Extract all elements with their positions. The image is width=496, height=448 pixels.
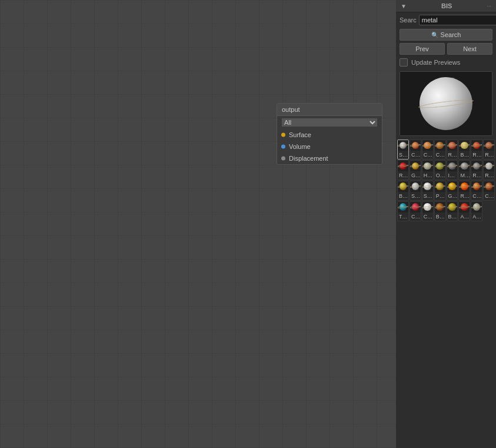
thumb-bg-8 — [398, 161, 408, 171]
mat-item-4[interactable]: Rusted copper — [447, 140, 458, 160]
mat-name-8: Red Rust — [398, 171, 408, 180]
thumb-bg-13 — [459, 161, 470, 171]
sphere-30 — [473, 203, 481, 211]
update-previews-checkbox[interactable] — [400, 58, 408, 67]
mat-item-17[interactable]: Steel — [410, 181, 421, 201]
mat-item-10[interactable]: Hot-dipped Galv.. — [422, 160, 434, 180]
mat-item-5[interactable]: Basic Metal Agi.. — [458, 140, 470, 160]
mat-thumb-26 — [422, 202, 433, 213]
mat-name-6: Rust — [471, 151, 482, 159]
mat-item-18[interactable]: Silver — [422, 181, 434, 201]
sphere-22 — [473, 182, 481, 190]
thumb-bg-30 — [471, 202, 482, 213]
mat-thumb-1 — [410, 140, 421, 151]
mat-item-15[interactable]: Rust_shader — [483, 160, 495, 180]
sphere-8 — [400, 162, 407, 170]
sphere-26 — [424, 203, 431, 211]
thumb-bg-0 — [398, 140, 408, 151]
mat-item-26[interactable]: Chrome — [422, 201, 434, 221]
mat-item-23[interactable]: Copper — [483, 181, 495, 201]
next-button[interactable]: Next — [447, 43, 492, 55]
bis-sidebar: ▼ BIS ··· Searc 🔍 Search Prev Next Updat… — [396, 0, 496, 448]
mat-thumb-22 — [471, 181, 482, 192]
sphere-11 — [436, 162, 444, 170]
sphere-24 — [400, 203, 407, 211]
search-input[interactable] — [419, 15, 496, 25]
mat-thumb-14 — [471, 161, 482, 171]
sphere-0 — [400, 142, 407, 150]
mat-item-29[interactable]: Anodized Metal — [458, 201, 470, 221]
mat-name-14: Rough metal — [471, 171, 482, 180]
search-button[interactable]: 🔍 Search — [400, 29, 492, 41]
search-row: Searc — [396, 12, 496, 28]
mat-item-19[interactable]: Painted Metal — [434, 181, 446, 201]
mat-name-5: Basic Metal Agi.. — [459, 151, 470, 159]
mat-thumb-8 — [398, 161, 408, 171]
mat-name-18: Silver — [422, 192, 433, 200]
update-row: Update Previews — [396, 56, 496, 69]
sphere-16 — [400, 182, 407, 190]
output-all-select[interactable]: All Surface Volume Displacement — [277, 116, 382, 129]
mat-item-3[interactable]: Copper old — [434, 140, 446, 160]
mat-item-13[interactable]: Metal Spotty Di.. — [458, 160, 470, 180]
thumb-bg-6 — [471, 140, 482, 151]
mat-item-24[interactable]: Titanium coating — [397, 201, 409, 221]
mat-thumb-19 — [435, 181, 445, 192]
large-preview-sphere — [420, 77, 472, 130]
mat-name-27: Bronze — [435, 213, 445, 221]
mat-item-20[interactable]: Gold — [447, 181, 458, 201]
mat-item-14[interactable]: Rough metal — [471, 160, 482, 180]
mat-item-2[interactable]: Copper — [422, 140, 434, 160]
thumb-bg-19 — [435, 181, 445, 192]
output-type-dropdown[interactable]: All Surface Volume Displacement — [282, 118, 377, 127]
mat-name-4: Rusted copper — [447, 151, 458, 159]
mat-name-10: Hot-dipped Galv.. — [422, 171, 433, 180]
output-surface-option: Surface — [277, 129, 382, 141]
mat-item-1[interactable]: Copper grooved — [410, 140, 421, 160]
mat-item-11[interactable]: Oxidizing Goldp.. — [434, 160, 446, 180]
mat-item-28[interactable]: Brass — [447, 201, 458, 221]
bis-arrow: ▼ — [401, 3, 407, 9]
mat-item-27[interactable]: Bronze — [434, 201, 446, 221]
search-btn-row: 🔍 Search — [396, 28, 496, 42]
mat-thumb-10 — [422, 161, 433, 171]
mat-name-16: Brass — [398, 192, 408, 200]
prev-button[interactable]: Prev — [400, 43, 445, 55]
mat-item-22[interactable]: Copper Redish — [471, 181, 482, 201]
thumb-bg-22 — [471, 181, 482, 192]
mat-name-1: Copper grooved — [410, 151, 421, 159]
mat-item-12[interactable]: Iron — [447, 160, 458, 180]
thumb-bg-29 — [459, 202, 470, 213]
large-preview — [400, 71, 492, 136]
mat-name-12: Iron — [447, 171, 458, 180]
thumb-bg-18 — [422, 181, 433, 192]
mat-item-16[interactable]: Brass — [397, 181, 409, 201]
mat-thumb-18 — [422, 181, 433, 192]
mat-item-25[interactable]: Colored Metal — [410, 201, 421, 221]
thumb-bg-26 — [422, 202, 433, 213]
sphere-27 — [436, 203, 444, 211]
mat-thumb-6 — [471, 140, 482, 151]
mat-name-22: Copper Redish — [471, 192, 482, 200]
sphere-2 — [424, 142, 431, 150]
thumb-bg-14 — [471, 161, 482, 171]
mat-item-0[interactable]: Steel grooved — [397, 140, 409, 160]
thumb-bg-12 — [447, 161, 458, 171]
sphere-6 — [473, 142, 481, 150]
mat-item-8[interactable]: Red Rust — [397, 160, 409, 180]
mat-item-7[interactable]: Rusted steel — [483, 140, 495, 160]
mat-name-17: Steel — [410, 192, 421, 200]
mat-item-9[interactable]: GoldPlate — [410, 160, 421, 180]
sphere-9 — [412, 162, 420, 170]
mat-thumb-25 — [410, 202, 421, 213]
mat-item-30[interactable]: Aluminium — [471, 201, 482, 221]
mat-thumb-17 — [410, 181, 421, 192]
mat-item-21[interactable]: Red-hot Metal — [458, 181, 470, 201]
mat-name-9: GoldPlate — [410, 171, 421, 180]
output-displacement-option: Displacement — [277, 152, 382, 164]
thumb-bg-16 — [398, 181, 408, 192]
sphere-3 — [436, 142, 444, 150]
mat-thumb-20 — [447, 181, 458, 192]
mat-name-7: Rusted steel — [484, 151, 494, 159]
mat-item-6[interactable]: Rust — [471, 140, 482, 160]
